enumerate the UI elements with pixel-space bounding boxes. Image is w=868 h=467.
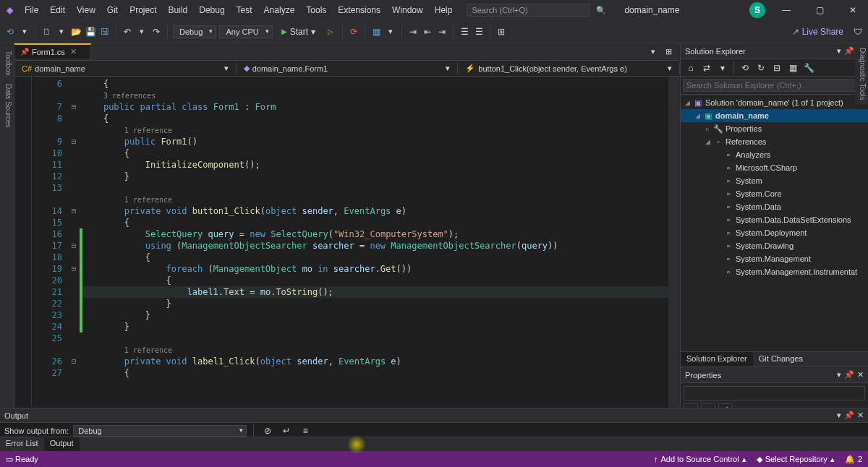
se-home-icon[interactable]: ⌂ (684, 61, 698, 75)
output-wrap-icon[interactable]: ↵ (279, 424, 294, 438)
output-dropdown-icon[interactable]: ▾ (837, 411, 841, 420)
maximize-button[interactable]: ▢ (807, 1, 832, 19)
tree-node[interactable]: ◢▣domain_name (681, 109, 868, 122)
menu-window[interactable]: Window (386, 2, 429, 18)
user-avatar[interactable]: S (749, 2, 765, 18)
hot-reload-icon[interactable]: ⟳ (348, 26, 359, 38)
admin-icon[interactable]: 🛡 (852, 26, 864, 38)
panel-tab[interactable]: Solution Explorer (681, 352, 753, 367)
add-source-control[interactable]: ↑ Add to Source Control ▴ (654, 455, 746, 464)
menu-analyze[interactable]: Analyze (258, 2, 301, 18)
tree-node[interactable]: ▫System.Deployment (681, 226, 868, 239)
uncomment-icon[interactable]: ☰ (473, 26, 485, 38)
tab-close-icon[interactable]: ✕ (70, 47, 77, 56)
props-dropdown-icon[interactable]: ▾ (837, 370, 841, 380)
menu-view[interactable]: View (71, 2, 101, 18)
tree-node[interactable]: ▫System.Core (681, 187, 868, 200)
start-no-debug-icon[interactable]: ▷ (324, 25, 337, 38)
browse-icon[interactable]: ▦ (370, 26, 382, 38)
save-all-icon[interactable]: 🖫 (99, 26, 111, 38)
panel-pin-icon[interactable]: 📌 (844, 46, 854, 56)
panel-dropdown-icon[interactable]: ▾ (837, 46, 841, 56)
undo-icon[interactable]: ↶ (122, 26, 133, 38)
tree-node[interactable]: ▫Analyzers (681, 148, 868, 161)
config-combo[interactable]: Debug (173, 25, 216, 38)
menu-extensions[interactable]: Extensions (332, 2, 386, 18)
window-split-icon[interactable]: ⊞ (662, 45, 676, 59)
search-box[interactable]: Search (Ctrl+Q) (467, 4, 590, 17)
se-sync-icon[interactable]: ⟲ (738, 61, 752, 75)
props-pin-icon[interactable]: 📌 (844, 370, 854, 380)
bookmark-icon[interactable]: ⊞ (495, 26, 507, 38)
file-tab[interactable]: 📌Form1.cs✕ (14, 43, 91, 59)
output-tab[interactable]: Output (44, 437, 80, 451)
menu-git[interactable]: Git (101, 2, 124, 18)
tree-node[interactable]: ◢▣Solution 'domain_name' (1 of 1 project… (681, 96, 868, 109)
editor-scrollbar[interactable] (668, 77, 680, 412)
tree-node[interactable]: ▫System (681, 174, 868, 187)
menu-edit[interactable]: Edit (44, 2, 71, 18)
menu-tools[interactable]: Tools (300, 2, 332, 18)
nav-dropdown-icon[interactable]: ▾ (19, 25, 30, 38)
se-showall-icon[interactable]: ▦ (786, 61, 800, 75)
new-dropdown-icon[interactable]: ▾ (56, 25, 67, 38)
start-button[interactable]: ▶ Start ▾ (276, 25, 321, 39)
save-icon[interactable]: 💾 (85, 26, 96, 38)
folding-column[interactable]: ⊟⊟⊟⊟⊟⊟ (68, 77, 80, 412)
se-search-input[interactable] (683, 79, 866, 92)
tree-node[interactable]: ▫System.Drawing (681, 239, 868, 252)
close-button[interactable]: ✕ (841, 1, 865, 19)
tab-overflow-icon[interactable]: ▾ (647, 45, 659, 59)
tree-node[interactable]: ▹🔧Properties (681, 122, 868, 135)
platform-combo[interactable]: Any CPU (219, 25, 272, 38)
breadcrumb-class[interactable]: ◆ domain_name.Form1 ▾ (237, 62, 459, 74)
se-refresh-icon[interactable]: ↻ (754, 61, 768, 75)
side-tab-data-sources[interactable]: Data Sources (0, 80, 14, 132)
se-dropdown-icon[interactable]: ▾ (715, 61, 730, 75)
minimize-button[interactable]: — (774, 1, 799, 19)
open-icon[interactable]: 📂 (70, 26, 82, 38)
search-icon[interactable]: 🔍 (592, 4, 610, 17)
output-tab[interactable]: Error List (0, 437, 44, 451)
diagnostic-tools-tab[interactable]: Diagnostic Tools (855, 43, 868, 105)
select-repository[interactable]: ◆ Select Repository ▴ (757, 455, 835, 464)
outdent-icon[interactable]: ⇥ (436, 26, 448, 38)
browse-dropdown-icon[interactable]: ▾ (385, 25, 396, 38)
new-project-icon[interactable]: 🗋 (41, 26, 53, 38)
redo-icon[interactable]: ↷ (150, 26, 162, 38)
output-pin-icon[interactable]: 📌 (844, 411, 854, 420)
tree-node[interactable]: ▫System.Data (681, 200, 868, 213)
tree-node[interactable]: ▫Microsoft.CSharp (681, 161, 868, 174)
side-tab-toolbox[interactable]: Toolbox (0, 46, 14, 80)
se-collapse-icon[interactable]: ⊟ (770, 61, 784, 75)
tree-node[interactable]: ▫System.Management (681, 252, 868, 265)
output-clear-icon[interactable]: ⊘ (260, 424, 275, 438)
code-content[interactable]: { 3 references public partial class Form… (82, 77, 668, 412)
menu-file[interactable]: File (19, 2, 44, 18)
se-switch-icon[interactable]: ⇄ (699, 61, 714, 75)
breadcrumb-project[interactable]: C# domain_name ▾ (14, 62, 237, 74)
output-toggle-icon[interactable]: ≡ (298, 424, 312, 438)
tree-node[interactable]: ◢▫References (681, 135, 868, 148)
solution-tree[interactable]: ◢▣Solution 'domain_name' (1 of 1 project… (681, 95, 868, 351)
code-editor[interactable]: 6789101112131415161718192021222324252627… (14, 77, 680, 412)
start-dropdown-icon[interactable]: ▾ (311, 27, 315, 37)
menu-build[interactable]: Build (163, 2, 194, 18)
properties-selector[interactable] (684, 386, 865, 400)
indent-icon[interactable]: ⇤ (422, 26, 433, 38)
panel-tab[interactable]: Git Changes (753, 352, 809, 367)
notifications-bell[interactable]: 🔔 2 (845, 455, 862, 464)
comment-icon[interactable]: ☰ (459, 26, 470, 38)
step-icon[interactable]: ⇥ (407, 26, 419, 38)
nav-back-icon[interactable]: ⟲ (4, 26, 16, 38)
menu-project[interactable]: Project (124, 2, 162, 18)
live-share-button[interactable]: ↗ Live Share (786, 25, 849, 39)
output-close-icon[interactable]: ✕ (857, 411, 864, 420)
menu-debug[interactable]: Debug (193, 2, 230, 18)
props-close-icon[interactable]: ✕ (857, 370, 864, 380)
se-properties-icon[interactable]: 🔧 (801, 61, 816, 75)
pin-icon[interactable]: 📌 (20, 48, 29, 56)
menu-help[interactable]: Help (429, 2, 459, 18)
menu-test[interactable]: Test (231, 2, 258, 18)
output-source-combo[interactable]: Debug (73, 425, 247, 437)
